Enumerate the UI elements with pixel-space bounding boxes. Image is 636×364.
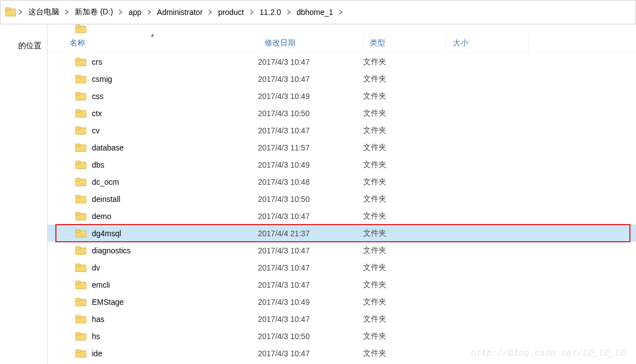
breadcrumb-item[interactable]: 新加卷 (D:) [71, 5, 116, 19]
breadcrumb-item[interactable]: 这台电脑 [25, 5, 63, 19]
svg-rect-1 [5, 8, 10, 11]
file-row[interactable]: diagnostics2017/4/3 10:47文件夹 [48, 242, 636, 259]
file-date-cell: 2017/4/3 10:47 [258, 263, 363, 272]
file-type-cell: 文件夹 [363, 331, 446, 341]
file-name-cell[interactable]: ctx [48, 109, 258, 118]
svg-rect-11 [75, 110, 80, 112]
file-list-pane: ▲ 名称 修改日期 类型 大小 crs2017/4/3 10:47文件夹csmi… [48, 24, 636, 364]
file-row[interactable]: csmig2017/4/3 10:47文件夹 [48, 70, 636, 87]
folder-icon [75, 126, 86, 135]
file-type-cell: 文件夹 [363, 211, 446, 221]
file-row[interactable]: cv2017/4/3 10:47文件夹 [48, 122, 636, 139]
file-row[interactable]: ctx2017/4/3 10:50文件夹 [48, 105, 636, 122]
file-name-cell[interactable]: csmig [48, 75, 258, 84]
nav-item-location[interactable]: 的位置 [0, 24, 47, 56]
svg-rect-25 [75, 230, 80, 232]
breadcrumb-item[interactable]: product [215, 6, 247, 19]
header-name[interactable]: ▲ 名称 [48, 33, 258, 53]
chevron-right-icon[interactable] [247, 9, 256, 15]
file-date-cell: 2017/4/4 21:37 [258, 229, 363, 238]
file-name-cell[interactable]: database [48, 143, 258, 152]
file-row[interactable]: EMStage2017/4/3 10:49文件夹 [48, 293, 636, 310]
chevron-right-icon[interactable] [206, 9, 215, 15]
header-size[interactable]: 大小 [446, 33, 529, 53]
file-name-cell[interactable]: css [48, 92, 258, 101]
file-name-label: dv [92, 263, 100, 272]
file-row[interactable]: dc_ocm2017/4/3 10:48文件夹 [48, 173, 636, 190]
chevron-right-icon[interactable] [337, 9, 345, 15]
header-date[interactable]: 修改日期 [258, 33, 363, 53]
file-name-cell[interactable]: crs [48, 58, 258, 66]
folder-icon [75, 143, 86, 152]
column-headers: ▲ 名称 修改日期 类型 大小 [48, 33, 636, 53]
file-name-cell[interactable]: cv [48, 126, 258, 135]
file-row[interactable]: database2017/4/3 11:57文件夹 [48, 139, 636, 156]
file-name-cell[interactable]: dc_ocm [48, 178, 258, 186]
file-name-label: css [92, 92, 104, 101]
file-row[interactable]: deinstall2017/4/3 10:50文件夹 [48, 190, 636, 207]
file-name-cell[interactable]: hs [48, 332, 258, 341]
svg-rect-33 [75, 298, 80, 301]
file-name-label: crs [92, 58, 102, 66]
nav-pane: 的位置 [0, 24, 48, 364]
file-name-cell[interactable]: ide [48, 349, 258, 358]
breadcrumb-item[interactable]: Administrator [154, 6, 206, 19]
file-type-cell: 文件夹 [363, 297, 446, 307]
header-size-label: 大小 [453, 38, 468, 48]
file-date-cell: 2017/4/3 10:50 [258, 109, 363, 118]
folder-icon [75, 24, 86, 33]
folder-icon [5, 7, 16, 17]
file-name-cell[interactable]: EMStage [48, 298, 258, 306]
file-date-cell: 2017/4/3 10:49 [258, 92, 363, 101]
file-name-label: diagnostics [92, 246, 131, 255]
file-row[interactable]: css2017/4/3 10:49文件夹 [48, 87, 636, 105]
file-name-cell[interactable]: diagnostics [48, 246, 258, 255]
chevron-right-icon[interactable] [116, 9, 125, 15]
file-date-cell: 2017/4/3 10:50 [258, 332, 363, 341]
svg-rect-27 [75, 247, 80, 249]
chevron-right-icon[interactable] [16, 9, 25, 15]
file-name-cell[interactable]: has [48, 315, 258, 324]
folder-icon [75, 109, 86, 118]
header-type[interactable]: 类型 [363, 33, 446, 53]
folder-icon [75, 212, 86, 221]
address-bar[interactable]: 这台电脑新加卷 (D:)appAdministratorproduct11.2.… [0, 0, 636, 24]
file-date-cell: 2017/4/3 10:50 [258, 195, 363, 204]
file-name-cell[interactable]: emcli [48, 280, 258, 289]
file-type-cell: 文件夹 [363, 143, 446, 153]
svg-rect-15 [75, 144, 80, 147]
file-date-cell: 2017/4/3 10:49 [258, 160, 363, 169]
breadcrumb-item[interactable]: dbhome_1 [293, 6, 337, 19]
chevron-right-icon[interactable] [63, 9, 71, 15]
file-row[interactable]: has2017/4/3 10:47文件夹 [48, 310, 636, 327]
file-row[interactable]: demo2017/4/3 10:47文件夹 [48, 207, 636, 225]
folder-icon [75, 298, 86, 306]
svg-rect-19 [75, 178, 80, 181]
file-date-cell: 2017/4/3 10:47 [258, 212, 363, 221]
file-name-cell[interactable]: dv [48, 263, 258, 272]
file-name-label: has [92, 315, 105, 324]
file-name-cell[interactable]: deinstall [48, 195, 258, 204]
breadcrumb-item[interactable]: 11.2.0 [256, 6, 285, 19]
file-name-cell[interactable]: dbs [48, 160, 258, 169]
file-name-label: dc_ocm [92, 178, 119, 186]
file-name-cell[interactable]: demo [48, 212, 258, 221]
file-name-label: EMStage [92, 298, 124, 306]
svg-rect-13 [75, 127, 80, 129]
chevron-right-icon[interactable] [285, 9, 293, 15]
file-row[interactable]: dbs2017/4/3 10:49文件夹 [48, 156, 636, 173]
file-row[interactable]: hs2017/4/3 10:50文件夹 [48, 327, 636, 345]
file-row[interactable]: ide2017/4/3 10:47文件夹 [48, 345, 636, 362]
breadcrumb-item[interactable]: app [125, 6, 144, 19]
file-row[interactable]: dg4msql2017/4/4 21:37文件夹 [48, 225, 636, 242]
file-type-cell: 文件夹 [363, 177, 446, 187]
file-row[interactable]: emcli2017/4/3 10:47文件夹 [48, 276, 636, 293]
partial-row-top [48, 24, 636, 33]
file-row[interactable]: crs2017/4/3 10:47文件夹 [48, 53, 636, 70]
file-row[interactable]: dv2017/4/3 10:47文件夹 [48, 259, 636, 276]
svg-rect-21 [75, 195, 80, 198]
svg-rect-7 [75, 75, 80, 78]
folder-icon [75, 92, 86, 101]
file-name-cell[interactable]: dg4msql [48, 229, 258, 238]
chevron-right-icon[interactable] [145, 9, 154, 15]
